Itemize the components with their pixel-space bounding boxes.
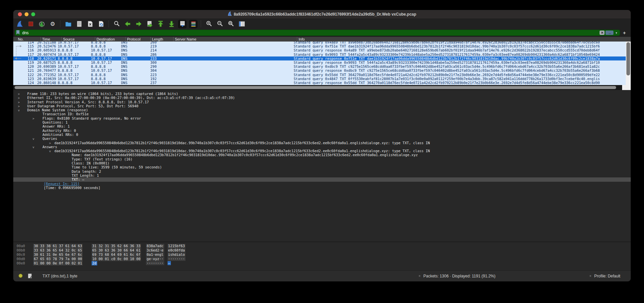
- resize-columns-icon[interactable]: [238, 20, 246, 28]
- packet-row-122[interactable]: 12220.77235210.0.57.178.8.8.8DNS223Stand…: [13, 73, 631, 77]
- detail-item[interactable]: Questions: 1: [13, 120, 631, 124]
- save-file-icon[interactable]: [75, 20, 83, 28]
- packet-row-123[interactable]: 12320.81963910.0.57.178.8.8.8DNS192Stand…: [13, 77, 631, 81]
- packet-row-124[interactable]: 12420.8601488.8.8.810.0.57.17DNS237Stand…: [13, 81, 631, 85]
- hex-selected-byte[interactable]: 2d: [92, 261, 97, 265]
- hex-ascii[interactable]: 0a1·englishdialo: [146, 252, 185, 257]
- packet-row-116[interactable]: 11620.6059138.8.8.810.0.57.17DNS214Stand…: [13, 48, 631, 52]
- hex-row-00c0[interactable]: 00c030 61 31 0e 65 6e 67 6c69 73 68 64 6…: [13, 252, 631, 257]
- detail-tree-item[interactable]: vAnswers: [13, 145, 631, 149]
- hex-bytes[interactable]: 38 33 38 61 37 61 64 63: [33, 244, 83, 248]
- packet-list-horizontal-scrollbar[interactable]: [13, 85, 631, 90]
- hex-bytes[interactable]: 10 00 01 c0 0c 00 10 00: [92, 257, 141, 261]
- detail-tree-item[interactable]: >Frame 118: 233 bytes on wire (1864 bits…: [13, 92, 631, 96]
- hex-row-00d0[interactable]: 00d067 65 03 78 79 7a 00 0010 00 01 c0 0…: [13, 257, 631, 261]
- column-header-protocol[interactable]: Protocol: [125, 37, 150, 42]
- detail-item[interactable]: TXT: –: [13, 177, 631, 181]
- filter-dropdown-caret-icon[interactable]: ▾: [615, 31, 617, 35]
- packet-row-114[interactable]: 11420.52118810.0.57.178.8.8.8DNS260Stand…: [13, 42, 631, 44]
- previous-packet-icon[interactable]: [123, 20, 132, 28]
- restart-capture-icon[interactable]: [37, 20, 46, 28]
- filter-apply-button[interactable]: →: [606, 31, 613, 35]
- first-packet-icon[interactable]: [156, 20, 165, 28]
- hex-row-00e0[interactable]: 00e001 00 00 0e 0f 00 02 012d········–: [13, 261, 631, 265]
- hex-row-00b0[interactable]: 00b033 63 36 65 64 32 0c 6565 30 63 36 3…: [13, 248, 631, 252]
- add-filter-button[interactable]: +: [620, 30, 629, 36]
- open-file-icon[interactable]: [64, 20, 72, 28]
- column-header-server-name[interactable]: Server Name: [173, 37, 297, 42]
- stop-capture-icon[interactable]: [27, 20, 35, 28]
- detail-tree-item[interactable]: vDomain Name System (response): [13, 108, 631, 112]
- filter-bookmark-icon[interactable]: [16, 30, 20, 36]
- detail-item[interactable]: Transaction ID: 0xf51e: [13, 112, 631, 116]
- detail-item[interactable]: Class: IN (0x0001): [13, 161, 631, 165]
- hex-row-00a0[interactable]: 00a038 33 38 61 37 61 64 6331 32 31 35 6…: [13, 244, 631, 248]
- zoom-window-button[interactable]: [31, 12, 35, 16]
- column-header-no[interactable]: No.: [13, 37, 40, 42]
- column-header-time[interactable]: Time: [40, 37, 61, 42]
- column-header-destination[interactable]: Destination: [95, 37, 125, 42]
- minimize-window-button[interactable]: [25, 12, 29, 16]
- detail-tree-item[interactable]: >User Datagram Protocol, Src Port: 53, D…: [13, 104, 631, 108]
- display-filter-input[interactable]: dns ✕ → ▾: [15, 30, 620, 36]
- packet-row-118[interactable]: 11820.6201718.8.8.810.0.57.17DNS233Stand…: [13, 56, 631, 60]
- packet-row-117[interactable]: 11720.60747410.0.57.178.8.8.8DNS286Stand…: [13, 52, 631, 56]
- expert-info-icon[interactable]: [19, 274, 23, 278]
- packet-list-vertical-scrollbar[interactable]: [626, 42, 631, 85]
- scrollbar-thumb[interactable]: [15, 86, 616, 89]
- close-window-button[interactable]: [18, 12, 22, 16]
- capture-comment-icon[interactable]: [28, 273, 32, 279]
- zoom-original-icon[interactable]: [227, 20, 235, 28]
- detail-tree-item[interactable]: >Flags: 0x8180 Standard query response, …: [13, 116, 631, 120]
- last-packet-icon[interactable]: [167, 20, 176, 28]
- hex-bytes[interactable]: 65 30 63 36 30 66 64 61: [92, 248, 141, 252]
- packet-row-120[interactable]: 12020.69038910.0.57.178.8.8.8DNS290Stand…: [13, 64, 631, 68]
- auto-scroll-icon[interactable]: [178, 20, 186, 28]
- reload-file-icon[interactable]: [97, 20, 105, 28]
- find-packet-icon[interactable]: [112, 20, 121, 28]
- colorize-packets-icon[interactable]: [189, 20, 197, 28]
- scrollbar-thumb[interactable]: [626, 42, 630, 75]
- column-header-info[interactable]: Info: [297, 37, 631, 42]
- hex-bytes[interactable]: 33 63 36 65 64 32 0c 65: [33, 248, 83, 252]
- packet-row-115[interactable]: 11520.52347610.0.57.178.8.8.8DNS219Stand…: [13, 44, 631, 48]
- detail-item[interactable]: Name: dae1b31924f17aa96dda996550848b6dbd…: [13, 153, 631, 157]
- go-to-packet-icon[interactable]: [145, 20, 154, 28]
- detail-item[interactable]: TXT Length: 1: [13, 173, 631, 177]
- packet-row-121[interactable]: 12120.7694778.8.8.810.0.57.17DNS304Stand…: [13, 68, 631, 72]
- hex-bytes[interactable]: 67 65 03 78 79 7a 00 00: [33, 257, 83, 261]
- detail-item[interactable]: Data length: 2: [13, 169, 631, 173]
- detail-tree-item[interactable]: vQueries: [13, 137, 631, 141]
- detail-item[interactable]: Type: TXT (Text strings) (16): [13, 157, 631, 161]
- zoom-out-icon[interactable]: [216, 20, 224, 28]
- hex-bytes[interactable]: 01 00 00 0e 0f 00 02 01: [33, 261, 83, 265]
- column-header-length[interactable]: Length: [150, 37, 173, 42]
- detail-tree-item[interactable]: >dae1b31924f17aa96dda996550848b6dbd123b7…: [13, 141, 631, 145]
- packet-row-119[interactable]: 11920.6875258.8.8.810.0.57.17DNS300Stand…: [13, 60, 631, 64]
- hex-ascii[interactable]: ge·xyz··········: [146, 257, 185, 261]
- detail-item[interactable]: Authority RRs: 0: [13, 129, 631, 133]
- next-packet-icon[interactable]: [134, 20, 143, 28]
- capture-options-gear-icon[interactable]: ⚙: [48, 20, 57, 28]
- detail-item[interactable]: [Request In: 115]: [13, 182, 631, 186]
- hex-ascii[interactable]: 838a7adc1215bf63: [146, 244, 185, 248]
- close-file-icon[interactable]: [86, 20, 94, 28]
- hex-bytes[interactable]: 69 73 68 64 69 61 6c 6f: [92, 252, 141, 257]
- hex-ascii[interactable]: ········–: [146, 261, 171, 265]
- zoom-in-icon[interactable]: [205, 20, 213, 28]
- hex-bytes[interactable]: 31 32 31 35 62 66 36 33: [92, 244, 141, 248]
- detail-item[interactable]: [Time: 0.096695000 seconds]: [13, 186, 631, 190]
- detail-item[interactable]: Time to live: 3599 (59 minutes, 59 secon…: [13, 165, 631, 169]
- hex-ascii[interactable]: 3c6ed2·ee0c60fda: [146, 248, 185, 252]
- hex-bytes[interactable]: 30 61 31 0e 65 6e 67 6c: [33, 252, 83, 257]
- column-header-source[interactable]: Source: [61, 37, 95, 42]
- filter-clear-button[interactable]: ✕: [600, 31, 605, 35]
- status-profile[interactable]: Profile: Default: [594, 274, 620, 278]
- detail-item[interactable]: Answer RRs: 1: [13, 124, 631, 128]
- detail-tree-item[interactable]: >Internet Protocol Version 4, Src: 8.8.8…: [13, 100, 631, 104]
- detail-tree-item[interactable]: >Ethernet II, Src: 0a:00:27:00:00:39 (0a…: [13, 96, 631, 100]
- detail-item[interactable]: Additional RRs: 0: [13, 133, 631, 137]
- filter-value[interactable]: dns: [22, 31, 600, 35]
- detail-tree-item[interactable]: vdae1b31924f17aa96dda996550848b6dbd123b7…: [13, 149, 631, 153]
- start-capture-icon[interactable]: [16, 20, 24, 28]
